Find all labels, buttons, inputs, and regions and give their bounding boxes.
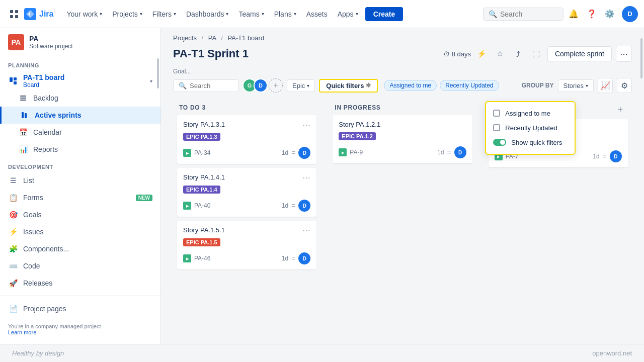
epic-badge: EPIC PA.1.5: [183, 238, 220, 246]
card-eq: =: [447, 148, 451, 156]
assigned-to-me-chip[interactable]: Assigned to me: [384, 80, 437, 91]
col-header-todo: TO DO 3: [173, 99, 320, 115]
card-avatar[interactable]: D: [298, 200, 310, 212]
col-title-todo: TO DO 3: [179, 104, 206, 111]
sidebar-item-issues[interactable]: ⚡ Issues: [0, 223, 160, 240]
board-search-input[interactable]: [190, 82, 233, 89]
breadcrumb: Projects / PA / PA-T1 board: [161, 28, 644, 44]
releases-label: Releases: [23, 279, 152, 287]
card-estimate: 1d: [282, 255, 288, 262]
breadcrumb-pa[interactable]: PA: [208, 34, 216, 42]
lightning-icon[interactable]: ⚡: [475, 47, 489, 61]
card-menu-button[interactable]: ⋯: [302, 120, 310, 130]
project-pages-label: Project pages: [23, 305, 152, 313]
sidebar-item-calendar[interactable]: 📅 Calendar: [0, 124, 160, 141]
filter-chips: Assigned to me Recently Updated: [384, 80, 499, 91]
qf-recently-label: Recently Updated: [505, 124, 557, 132]
breadcrumb-board[interactable]: PA-T1 board: [227, 34, 264, 42]
apps-menu[interactable]: Apps ▾: [333, 0, 363, 28]
sidebar-item-code[interactable]: ⌨️ Code: [0, 257, 160, 275]
share-icon[interactable]: ⤴: [511, 47, 525, 61]
qf-assigned-checkbox[interactable]: [493, 110, 500, 117]
sidebar-item-board[interactable]: PA-T1 board Board ▾: [0, 70, 160, 89]
card-avatar[interactable]: D: [610, 150, 622, 162]
group-by-label: GROUP BY: [522, 82, 554, 89]
help-button[interactable]: ❓: [584, 6, 600, 22]
user-avatar[interactable]: D: [622, 6, 638, 22]
table-row[interactable]: Story PA.1.3.1 ⋯ EPIC PA.1.3 ▸ PA-34 1d …: [177, 115, 316, 164]
sidebar: PA PA Software project PLANNING PA-T1 bo…: [0, 28, 161, 362]
main-scrollbar[interactable]: [640, 28, 643, 344]
grid-menu-button[interactable]: [6, 6, 22, 22]
epic-filter[interactable]: Epic ▾: [287, 79, 315, 92]
sidebar-item-list[interactable]: ☰ List: [0, 172, 160, 189]
card-eq: =: [291, 149, 295, 157]
card-id: PA-34: [194, 149, 282, 156]
svg-rect-0: [10, 10, 13, 13]
search-input[interactable]: [500, 10, 558, 18]
card-avatar[interactable]: D: [454, 146, 466, 158]
table-row[interactable]: Story PA.1.2.1 EPIC PA.1.2 ▸ PA-9 1d = D: [333, 115, 472, 163]
sidebar-item-forms[interactable]: 📋 Forms NEW: [0, 189, 160, 206]
sidebar-item-backlog[interactable]: Backlog: [0, 89, 160, 107]
notifications-button[interactable]: 🔔: [566, 6, 582, 22]
code-icon: ⌨️: [8, 261, 18, 271]
filters-menu[interactable]: Filters ▾: [147, 0, 181, 28]
plans-menu[interactable]: Plans ▾: [269, 0, 301, 28]
your-work-menu[interactable]: Your work ▾: [61, 0, 107, 28]
dashboards-menu[interactable]: Dashboards ▾: [181, 0, 234, 28]
backlog-icon: [18, 93, 28, 103]
breadcrumb-projects[interactable]: Projects: [173, 34, 197, 42]
list-label: List: [23, 176, 152, 185]
quick-filters-container: Quick filters ✱ Assigned to me Recently …: [319, 79, 378, 93]
learn-more-link[interactable]: Learn more: [8, 329, 36, 335]
sidebar-item-goals[interactable]: 🎯 Goals: [0, 206, 160, 223]
settings-button[interactable]: ⚙️: [602, 6, 618, 22]
sidebar-item-components[interactable]: 🧩 Components...: [0, 240, 160, 257]
sidebar-item-reports[interactable]: 📊 Reports: [0, 141, 160, 158]
jira-logo[interactable]: Jira: [24, 8, 53, 20]
add-avatar-button[interactable]: +: [269, 78, 283, 93]
card-title: Story PA.1.3.1: [183, 120, 302, 129]
fullscreen-icon[interactable]: ⛶: [529, 47, 543, 61]
projects-menu[interactable]: Projects ▾: [107, 0, 147, 28]
complete-sprint-button[interactable]: Complete sprint: [547, 46, 612, 61]
sprint-more-button[interactable]: ⋯: [616, 46, 632, 62]
recently-updated-chip[interactable]: Recently Updated: [440, 80, 499, 91]
table-row[interactable]: Story PA.1.4.1 ⋯ EPIC PA.1.4 ▸ PA-40 1d …: [177, 168, 316, 217]
card-avatar[interactable]: D: [298, 252, 310, 264]
sidebar-footer: You're in a company-managed project Lear…: [0, 317, 160, 341]
sidebar-item-active-sprints[interactable]: Active sprints: [0, 107, 160, 124]
avatar-blue[interactable]: D: [254, 78, 268, 93]
development-section-label: DEVELOPMENT: [0, 158, 160, 172]
card-menu-button[interactable]: ⋯: [302, 226, 310, 235]
qf-show-quick-filters[interactable]: Show quick filters: [486, 135, 575, 150]
card-avatar[interactable]: D: [298, 147, 310, 159]
col-add-button-done[interactable]: +: [615, 104, 626, 115]
card-id: PA-46: [194, 255, 282, 262]
board-search-box[interactable]: 🔍: [173, 79, 238, 92]
sidebar-scrollbar[interactable]: [156, 28, 159, 362]
table-row[interactable]: Story PA.1.5.1 ⋯ EPIC PA.1.5 ▸ PA-46 1d …: [177, 221, 316, 269]
qf-show-toggle[interactable]: [493, 139, 506, 146]
star-icon[interactable]: ☆: [493, 47, 507, 61]
card-menu-button[interactable]: ⋯: [302, 173, 310, 183]
col-cards-inprogress: Story PA.1.2.1 EPIC PA.1.2 ▸ PA-9 1d = D: [329, 115, 476, 167]
create-button[interactable]: Create: [365, 7, 404, 21]
story-icon: ▸: [183, 149, 191, 157]
settings-view-button[interactable]: ⚙: [617, 78, 632, 93]
group-by-select[interactable]: Stories ▾: [558, 79, 594, 92]
card-id: PA-9: [350, 149, 437, 156]
search-box[interactable]: 🔍: [483, 8, 564, 21]
qf-assigned-to-me[interactable]: Assigned to me: [486, 106, 575, 121]
qf-recently-updated[interactable]: Recently Updated: [486, 121, 575, 135]
sidebar-item-project-pages[interactable]: 📄 Project pages: [0, 300, 160, 317]
assets-menu[interactable]: Assets: [301, 0, 333, 28]
teams-menu[interactable]: Teams ▾: [233, 0, 269, 28]
sidebar-item-releases[interactable]: 🚀 Releases: [0, 275, 160, 292]
board-col-inprogress: IN PROGRESS Story PA.1.2.1 EPIC PA.1.2 ▸…: [329, 99, 476, 288]
quick-filters-button[interactable]: Quick filters ✱: [319, 79, 378, 93]
qf-recently-checkbox[interactable]: [493, 124, 500, 131]
releases-icon: 🚀: [8, 278, 18, 288]
chart-view-button[interactable]: 📈: [598, 78, 613, 93]
